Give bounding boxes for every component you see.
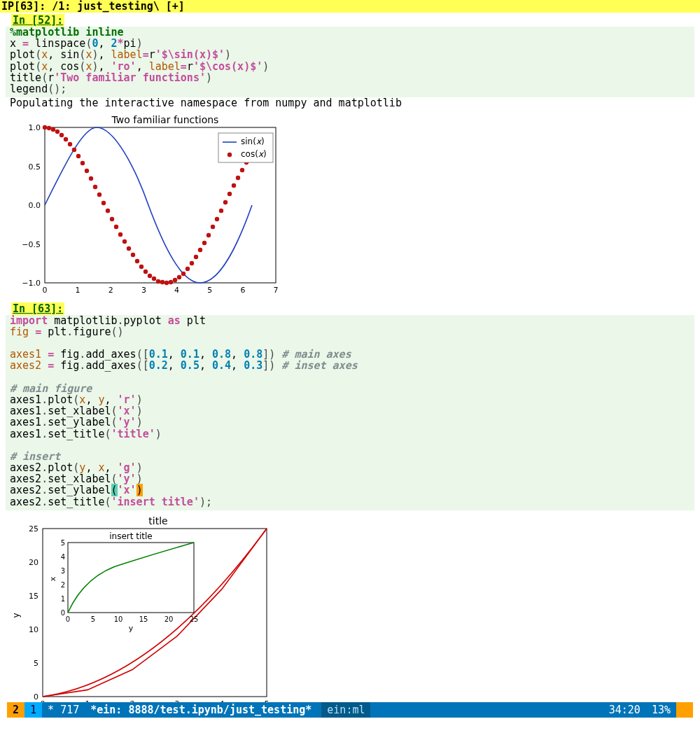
- svg-text:−1.0: −1.0: [22, 279, 41, 288]
- svg-text:2: 2: [108, 286, 113, 295]
- svg-text:y: y: [11, 613, 21, 617]
- svg-point-30: [106, 208, 110, 212]
- code-cell-63[interactable]: import matplotlib.pyplot as plt fig = pl…: [6, 315, 694, 510]
- buffer-content[interactable]: In [52]: %matplotlib inline x = linspace…: [0, 13, 700, 702]
- svg-point-20: [64, 137, 68, 141]
- svg-point-54: [206, 232, 211, 237]
- svg-text:5: 5: [207, 286, 212, 295]
- svg-text:5: 5: [34, 659, 38, 668]
- svg-point-25: [85, 168, 89, 172]
- svg-text:−0.5: −0.5: [22, 239, 41, 249]
- stdout-52: Populating the interactive namespace fro…: [10, 97, 700, 109]
- svg-point-52: [198, 247, 202, 251]
- sb-line-col: 34:20: [603, 702, 646, 718]
- svg-text:y: y: [129, 624, 134, 633]
- svg-point-29: [102, 200, 106, 204]
- svg-point-46: [173, 277, 177, 281]
- plot-title-with-inset: title 2520 1510 50 y 01 23 45 x: [4, 515, 281, 702]
- svg-point-34: [122, 239, 127, 243]
- svg-point-21: [68, 141, 72, 146]
- svg-point-18: [55, 129, 59, 133]
- sb-percent: 13%: [646, 702, 676, 718]
- sb-winnum: 2: [7, 702, 24, 718]
- svg-text:5: 5: [61, 539, 65, 547]
- svg-point-69: [227, 152, 232, 156]
- svg-point-49: [186, 266, 190, 270]
- svg-text:10: 10: [114, 615, 123, 623]
- svg-text:7: 7: [274, 286, 279, 295]
- svg-point-15: [43, 125, 47, 129]
- svg-point-62: [240, 167, 244, 172]
- svg-text:1.0: 1.0: [29, 123, 41, 132]
- svg-point-37: [135, 258, 139, 263]
- svg-point-22: [72, 147, 76, 151]
- svg-text:x: x: [48, 576, 57, 581]
- sb-end-cap: [676, 702, 693, 718]
- svg-point-60: [232, 183, 236, 187]
- svg-point-56: [215, 216, 219, 221]
- in-prompt-52: In [52]:: [11, 14, 64, 27]
- svg-point-17: [51, 127, 55, 131]
- svg-text:25: 25: [190, 615, 199, 623]
- svg-point-31: [110, 216, 114, 221]
- svg-text:1: 1: [61, 595, 65, 603]
- svg-text:sin(x): sin(x): [241, 137, 265, 146]
- svg-point-48: [181, 271, 186, 275]
- svg-text:0: 0: [61, 609, 65, 617]
- svg-point-27: [93, 184, 97, 188]
- svg-point-39: [144, 269, 148, 273]
- svg-point-40: [148, 273, 152, 277]
- svg-point-24: [80, 160, 85, 165]
- svg-point-16: [47, 125, 51, 130]
- minibuffer-area[interactable]: [0, 718, 700, 740]
- plot-two-familiar-functions: Two familiar functions 1.0 0.5 0.0 −0.5 …: [4, 113, 281, 295]
- svg-text:15: 15: [139, 615, 148, 623]
- svg-text:title: title: [148, 515, 167, 526]
- sb-major-mode: ein:ml: [321, 702, 370, 718]
- svg-point-51: [194, 254, 198, 258]
- svg-text:0.5: 0.5: [29, 162, 41, 171]
- svg-text:15: 15: [29, 592, 38, 601]
- svg-point-59: [227, 191, 232, 195]
- svg-text:Two familiar functions: Two familiar functions: [111, 114, 219, 125]
- svg-text:0: 0: [43, 286, 48, 295]
- svg-text:3: 3: [61, 567, 65, 575]
- svg-text:4: 4: [61, 553, 65, 561]
- svg-point-43: [160, 279, 164, 284]
- svg-point-38: [139, 264, 144, 268]
- svg-text:1: 1: [76, 286, 80, 295]
- svg-text:6: 6: [240, 286, 245, 295]
- svg-text:20: 20: [164, 615, 174, 623]
- svg-text:0: 0: [66, 615, 70, 623]
- svg-text:2: 2: [61, 581, 65, 589]
- svg-point-50: [190, 260, 194, 265]
- svg-text:3: 3: [141, 286, 146, 295]
- svg-text:5: 5: [91, 615, 95, 623]
- svg-text:0.0: 0.0: [29, 201, 41, 210]
- sb-second: 1: [24, 702, 42, 718]
- svg-point-33: [118, 232, 122, 236]
- svg-point-61: [236, 175, 240, 179]
- svg-text:25: 25: [29, 524, 38, 533]
- svg-point-58: [223, 200, 227, 204]
- in-prompt-63: In [63]:: [11, 302, 64, 315]
- svg-point-23: [76, 153, 80, 158]
- svg-text:0: 0: [34, 692, 38, 701]
- svg-rect-87: [68, 543, 194, 613]
- svg-point-57: [219, 208, 223, 212]
- svg-point-41: [152, 276, 156, 280]
- svg-point-45: [169, 279, 173, 284]
- svg-text:10: 10: [29, 625, 38, 634]
- svg-point-47: [177, 274, 181, 279]
- code-cell-52[interactable]: %matplotlib inline x = linspace(0, 2*pi)…: [6, 27, 694, 97]
- svg-point-28: [97, 192, 102, 196]
- svg-point-55: [211, 224, 215, 228]
- svg-text:20: 20: [29, 558, 38, 567]
- svg-point-19: [59, 132, 64, 137]
- svg-point-42: [156, 279, 160, 283]
- emacs-window: IP[63]: /1: just_testing\ [+] In [52]: %…: [0, 0, 700, 740]
- tabbar[interactable]: IP[63]: /1: just_testing\ [+]: [0, 0, 700, 13]
- svg-text:cos(x): cos(x): [241, 149, 267, 159]
- sb-buffer-name: *ein: 8888/test.ipynb/just_testing*: [85, 702, 317, 718]
- svg-point-26: [89, 176, 93, 180]
